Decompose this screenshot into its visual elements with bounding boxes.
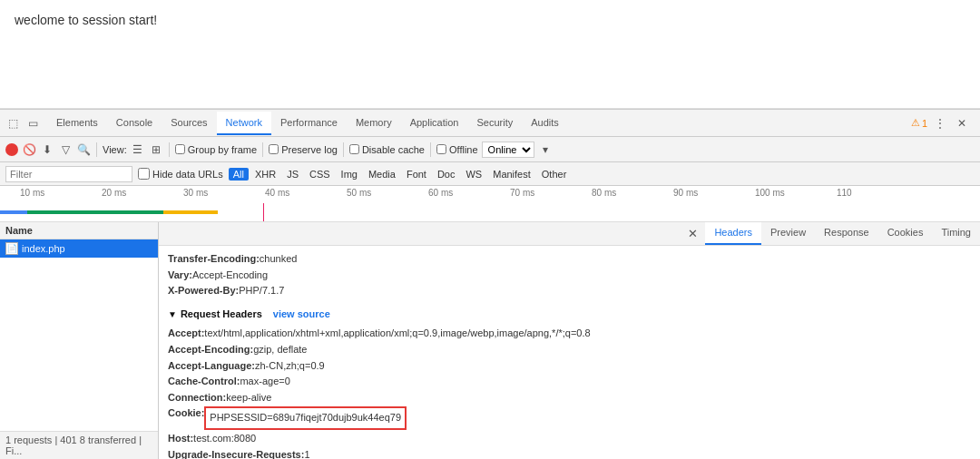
disable-cache-label[interactable]: Disable cache (349, 144, 425, 155)
filter-icon[interactable]: ▽ (58, 142, 73, 157)
header-name-connection: Connection: (168, 390, 226, 406)
page-message: weclome to session start! (15, 13, 157, 27)
filter-type-all[interactable]: All (229, 168, 249, 181)
tick-50ms: 50 ms (347, 188, 371, 198)
timeline-bar-orange (163, 210, 218, 214)
header-name-cache-control: Cache-Control: (168, 374, 240, 390)
group-by-frame-label[interactable]: Group by frame (175, 144, 257, 155)
header-value-upgrade-insecure: 1 (304, 447, 309, 459)
tab-console[interactable]: Console (107, 112, 162, 135)
group-by-frame-checkbox[interactable] (175, 144, 185, 154)
header-value-vary: Accept-Encoding (192, 268, 268, 284)
devtools-panel: ⬚ ▭ Elements Console Sources Network Per… (0, 109, 980, 459)
inspect-icon[interactable]: ⬚ (4, 114, 22, 132)
warn-badge: ⚠ 1 (911, 117, 927, 129)
search-icon[interactable]: 🔍 (76, 142, 91, 157)
filter-type-js[interactable]: JS (282, 168, 303, 181)
tick-40ms: 40 ms (265, 188, 289, 198)
header-value-host: test.com:8080 (193, 431, 256, 447)
details-tab-headers[interactable]: Headers (705, 222, 761, 245)
preserve-log-checkbox[interactable] (269, 144, 279, 154)
throttle-select[interactable]: Online (482, 142, 534, 158)
req-header-upgrade-insecure: Upgrade-Insecure-Requests: 1 (168, 447, 971, 459)
tab-audits[interactable]: Audits (522, 112, 568, 135)
filter-type-doc[interactable]: Doc (433, 168, 460, 181)
offline-label[interactable]: Offline (436, 144, 478, 155)
tick-30ms: 30 ms (183, 188, 208, 198)
grid-view-icon[interactable]: ⊞ (149, 142, 163, 157)
view-source-link[interactable]: view source (273, 307, 330, 323)
req-header-cookie: Cookie: PHPSESSID=689u7fiqejt70dujb9uk44… (168, 405, 971, 431)
headers-content: Transfer-Encoding: chunked Vary: Accept-… (159, 246, 980, 459)
details-tab-preview[interactable]: Preview (761, 222, 815, 245)
header-value-connection: keep-alive (226, 390, 271, 406)
throttle-arrow-icon[interactable]: ▾ (538, 142, 553, 157)
tick-100ms: 100 ms (755, 188, 785, 198)
header-name-accept-encoding: Accept-Encoding: (168, 342, 253, 358)
timeline-marker (263, 203, 264, 221)
request-item-icon: 📄 (5, 242, 18, 255)
fetch-icon[interactable]: ⬇ (40, 142, 54, 157)
header-name-x-powered-by: X-Powered-By: (168, 283, 239, 299)
tab-application[interactable]: Application (401, 112, 468, 135)
tab-elements[interactable]: Elements (47, 112, 107, 135)
timeline-bars (0, 203, 980, 221)
header-value-accept-encoding: gzip, deflate (253, 342, 307, 358)
hide-data-urls-label[interactable]: Hide data URLs (138, 168, 223, 180)
tab-sources[interactable]: Sources (162, 112, 216, 135)
request-item-index-php[interactable]: 📄 index.php (0, 239, 158, 258)
filter-input[interactable] (5, 166, 132, 182)
tick-90ms: 90 ms (673, 188, 698, 198)
filter-type-xhr[interactable]: XHR (250, 168, 280, 181)
filter-type-font[interactable]: Font (402, 168, 431, 181)
tick-60ms: 60 ms (428, 188, 453, 198)
filter-type-manifest[interactable]: Manifest (488, 168, 535, 181)
disable-cache-checkbox[interactable] (349, 144, 359, 154)
header-name-host: Host: (168, 431, 193, 447)
header-value-transfer-encoding: chunked (260, 251, 298, 268)
details-panel[interactable]: ✕ Headers Preview Response Cookies Timin… (159, 222, 980, 459)
req-header-accept-language: Accept-Language: zh-CN,zh;q=0.9 (168, 358, 971, 375)
header-name-accept-language: Accept-Language: (168, 358, 255, 375)
details-close-icon[interactable]: ✕ (681, 222, 705, 245)
list-view-icon[interactable]: ☰ (131, 142, 145, 157)
request-status-text: 1 requests | 401 8 transferred | Fi... (5, 435, 142, 456)
offline-checkbox[interactable] (436, 144, 446, 154)
details-tab-response[interactable]: Response (815, 222, 878, 245)
filter-type-ws[interactable]: WS (461, 168, 486, 181)
filter-types: All XHR JS CSS Img Media Font Doc WS Man… (229, 168, 572, 181)
filter-type-media[interactable]: Media (364, 168, 400, 181)
details-tab-timing[interactable]: Timing (932, 222, 980, 245)
warn-triangle-icon: ⚠ (911, 117, 920, 129)
tab-network[interactable]: Network (217, 112, 271, 135)
warn-count: 1 (922, 118, 927, 129)
tab-memory[interactable]: Memory (347, 112, 401, 135)
header-name-cookie: Cookie: (168, 405, 204, 431)
request-item-name: index.php (22, 243, 65, 254)
hide-data-urls-checkbox[interactable] (138, 168, 150, 180)
filter-type-other[interactable]: Other (537, 168, 572, 181)
more-options-icon[interactable]: ⋮ (931, 114, 949, 132)
header-value-accept-language: zh-CN,zh;q=0.9 (255, 358, 325, 375)
record-button[interactable] (5, 143, 18, 156)
details-tab-cookies[interactable]: Cookies (878, 222, 933, 245)
tab-performance[interactable]: Performance (271, 112, 347, 135)
clear-icon[interactable]: 🚫 (22, 142, 36, 157)
disable-cache-text: Disable cache (362, 144, 425, 155)
page-content: weclome to session start! (0, 0, 980, 109)
offline-text: Offline (449, 144, 478, 155)
tab-security[interactable]: Security (467, 112, 522, 135)
device-icon[interactable]: ▭ (24, 114, 42, 132)
req-header-connection: Connection: keep-alive (168, 390, 971, 406)
devtools-tab-bar: ⬚ ▭ Elements Console Sources Network Per… (0, 110, 980, 137)
filter-type-css[interactable]: CSS (305, 168, 335, 181)
network-toolbar: 🚫 ⬇ ▽ 🔍 View: ☰ ⊞ Group by frame Preserv… (0, 137, 980, 162)
close-devtools-icon[interactable]: ✕ (953, 114, 971, 132)
name-column-header: Name (5, 225, 33, 236)
header-value-x-powered-by: PHP/7.1.7 (239, 283, 284, 299)
filter-type-img[interactable]: Img (337, 168, 362, 181)
tick-80ms: 80 ms (592, 188, 616, 198)
preserve-log-label[interactable]: Preserve log (269, 144, 338, 155)
response-header-vary: Vary: Accept-Encoding (168, 268, 971, 284)
request-status-bar: 1 requests | 401 8 transferred | Fi... (0, 431, 158, 459)
